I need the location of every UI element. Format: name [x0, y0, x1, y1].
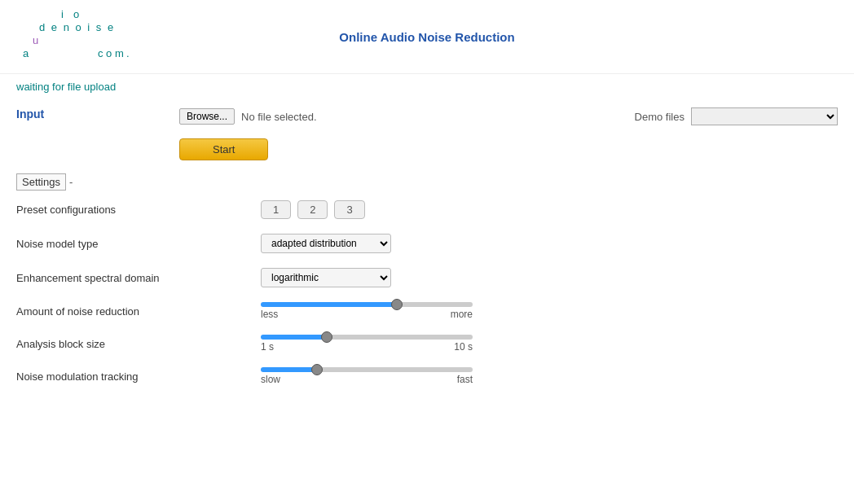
input-controls: Browse... No file selected. Demo files [179, 107, 838, 125]
input-label-area: Input [16, 107, 179, 121]
site-title: Online Audio Noise Reduction [339, 30, 514, 44]
logo: i o d e n o i s e u a c o m . [16, 8, 163, 65]
analysis-block-slider-wrap: 1 s 10 s [261, 335, 838, 353]
noise-reduction-min-label: less [261, 309, 278, 320]
settings-header-row: Settings - [16, 173, 838, 191]
preset-button-3[interactable]: 3 [334, 200, 364, 219]
noise-reduction-max-label: more [451, 309, 473, 320]
status-text: waiting for file upload [16, 81, 116, 93]
noise-reduction-control: less more [261, 302, 838, 320]
noise-modulation-max-label: fast [457, 374, 473, 385]
preset-config-row: Preset configurations 1 2 3 [16, 200, 838, 219]
browse-button[interactable]: Browse... [179, 108, 235, 125]
header: i o d e n o i s e u a c o m . Online Aud… [0, 0, 854, 74]
logo-dot: . [126, 47, 130, 59]
noise-modulation-control: slow fast [261, 367, 838, 385]
settings-controls: Preset configurations 1 2 3 Noise model … [16, 200, 838, 385]
noise-model-row: Noise model type adapted distribution st… [16, 234, 838, 253]
file-name-label: No file selected. [241, 111, 317, 123]
noise-reduction-slider[interactable] [261, 302, 473, 307]
analysis-block-min-label: 1 s [261, 341, 274, 353]
noise-reduction-labels: less more [261, 309, 473, 320]
noise-modulation-label: Noise modulation tracking [16, 370, 261, 383]
analysis-block-max-label: 10 s [454, 341, 473, 353]
enhancement-row: Enhancement spectral domain logarithmic … [16, 268, 838, 287]
noise-modulation-min-label: slow [261, 374, 280, 385]
input-section: Input Browse... No file selected. Demo f… [16, 107, 838, 125]
logo-a: a [23, 47, 29, 59]
logo-o: o [73, 8, 79, 20]
enhancement-control: logarithmic linear mel [261, 268, 838, 287]
analysis-block-row: Analysis block size 1 s 10 s [16, 335, 838, 353]
noise-reduction-row: Amount of noise reduction less more [16, 302, 838, 320]
preset-button-2[interactable]: 2 [297, 200, 328, 219]
logo-com: c o m [98, 47, 124, 59]
logo-u: u [33, 34, 38, 46]
start-row: Start [16, 138, 838, 160]
enhancement-label: Enhancement spectral domain [16, 272, 261, 284]
demo-files-label: Demo files [635, 111, 685, 123]
noise-model-label: Noise model type [16, 238, 261, 250]
noise-reduction-label: Amount of noise reduction [16, 305, 261, 318]
input-label: Input [16, 107, 44, 121]
preset-buttons-group: 1 2 3 [261, 200, 838, 219]
noise-modulation-row: Noise modulation tracking slow fast [16, 367, 838, 385]
preset-config-label: Preset configurations [16, 204, 261, 216]
noise-modulation-labels: slow fast [261, 374, 473, 385]
analysis-block-label: Analysis block size [16, 338, 261, 350]
main-content: Input Browse... No file selected. Demo f… [0, 99, 854, 408]
logo-denoise: d e n o i s e [39, 21, 115, 33]
enhancement-select[interactable]: logarithmic linear mel [261, 268, 391, 287]
noise-modulation-slider-wrap: slow fast [261, 367, 838, 385]
settings-section: Settings - Preset configurations 1 2 3 N… [16, 173, 838, 385]
logo-i: i [61, 8, 64, 20]
analysis-block-slider[interactable] [261, 335, 473, 340]
settings-label: Settings [16, 173, 66, 191]
preset-button-1[interactable]: 1 [261, 200, 291, 219]
status-bar: waiting for file upload [0, 74, 854, 99]
noise-model-control: adapted distribution stationary white no… [261, 234, 838, 253]
start-button[interactable]: Start [179, 138, 268, 160]
noise-reduction-slider-wrap: less more [261, 302, 838, 320]
demo-files-select[interactable] [691, 107, 838, 125]
analysis-block-labels: 1 s 10 s [261, 341, 473, 353]
noise-modulation-slider[interactable] [261, 367, 473, 372]
analysis-block-control: 1 s 10 s [261, 335, 838, 353]
settings-dash: - [69, 176, 73, 188]
noise-model-select[interactable]: adapted distribution stationary white no… [261, 234, 391, 253]
